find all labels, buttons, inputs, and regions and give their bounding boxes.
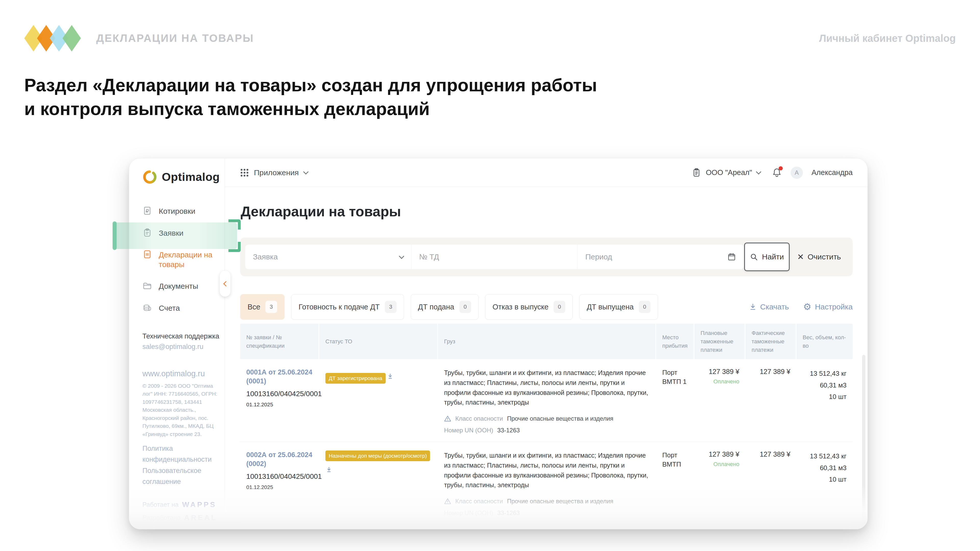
folder-icon: [142, 281, 152, 291]
terms-link[interactable]: Пользовательское соглашение: [142, 465, 220, 487]
quote-document-icon: [142, 206, 152, 216]
slide-title: ДЕКЛАРАЦИИ НА ТОВАРЫ: [96, 32, 254, 44]
user-name[interactable]: Александра: [811, 168, 853, 177]
diamonds-logo-icon: [24, 25, 81, 52]
support-email-link[interactable]: sales@optimalog.ru: [142, 343, 220, 351]
sidebar: Optimalog Котировки: [129, 159, 225, 529]
row-date: 01.12.2025: [246, 402, 313, 408]
main-area: Приложения ООО "Ареал": [225, 159, 868, 529]
sidebar-item-label: Счета: [159, 303, 180, 313]
declarations-table: № заявки / № спецификации Статус ТО Груз…: [240, 324, 853, 529]
download-button-label: Скачать: [760, 303, 789, 311]
sidebar-item-label: Котировки: [159, 206, 195, 216]
sidebar-item-label: Документы: [159, 281, 198, 291]
planned-payment: 127 389 ¥: [700, 451, 739, 458]
sidebar-item-label: Декларации на товары: [159, 250, 220, 269]
chevron-down-icon: [399, 253, 404, 259]
sidebar-collapse-button[interactable]: [220, 271, 231, 297]
page-title: Декларации на товары: [241, 203, 853, 220]
coins-icon: [142, 303, 152, 313]
request-select[interactable]: Заявка: [245, 245, 411, 269]
request-link[interactable]: 0002А от 25.06.2024 (0002): [246, 451, 313, 468]
tab-all[interactable]: Все 3: [240, 294, 285, 320]
spec-number: 10013160/040425/0001: [246, 472, 313, 481]
download-declaration-icon[interactable]: [325, 466, 332, 473]
table-row: 0001А от 25.06.2024 (0001) 10013160/0404…: [240, 524, 853, 529]
optimalog-logo[interactable]: Optimalog: [129, 159, 224, 184]
tab-vypuschena[interactable]: ДТ выпущена 0: [579, 294, 658, 320]
app-topbar: Приложения ООО "Ареал": [225, 159, 868, 187]
col-header-arrival: Место прибытия: [656, 324, 694, 359]
slide-heading-line2: и контроля выпуска таможенных деклараций: [24, 97, 597, 121]
declaration-document-icon: [142, 249, 152, 259]
cargo-volume: 60,31 м3: [803, 380, 846, 391]
clear-button[interactable]: ✕ Очистить: [790, 252, 848, 262]
status-tabs: Все 3 Готовность к подаче ДТ 3 ДТ подана…: [240, 294, 853, 320]
wapps-logo[interactable]: WAPPS: [182, 500, 217, 509]
gear-icon: ⚙: [803, 302, 811, 311]
tab-label: Отказ в выпуске: [493, 303, 549, 311]
search-button-label: Найти: [762, 252, 784, 261]
hazard-warning-icon: [444, 498, 451, 505]
cargo-quantity: 10 шт: [803, 391, 846, 403]
tab-count-badge: 3: [266, 301, 277, 313]
arrival-place: Порт ВМТП: [656, 451, 694, 516]
table-header: № заявки / № спецификации Статус ТО Груз…: [240, 324, 853, 359]
col-header-status: Статус ТО: [319, 324, 438, 359]
search-button[interactable]: Найти: [744, 243, 790, 271]
tab-otkaz[interactable]: Отказ в выпуске 0: [485, 294, 573, 320]
clear-x-icon: ✕: [797, 252, 804, 262]
tab-label: Готовность к подаче ДТ: [299, 303, 380, 311]
sidebar-item-dokumenty[interactable]: Документы: [129, 275, 224, 297]
apps-menu-button[interactable]: Приложения: [240, 168, 308, 177]
app-window: Optimalog Котировки: [129, 158, 868, 529]
request-link[interactable]: 0001А от 25.06.2024 (0001): [246, 368, 313, 386]
company-selector[interactable]: ООО "Ареал": [692, 168, 760, 178]
arrival-place: Порт ВМТП 1: [656, 368, 694, 434]
cargo-quantity: 10 шт: [803, 474, 846, 486]
chevron-down-icon: [303, 169, 308, 175]
download-button[interactable]: Скачать: [749, 303, 789, 311]
hazard-class-value: Прочие опасные вещества и изделия: [507, 415, 614, 422]
avatar[interactable]: А: [791, 167, 803, 179]
tab-label: Все: [248, 303, 260, 311]
areal-logo[interactable]: AREAL: [184, 513, 217, 522]
sidebar-item-kotirovki[interactable]: Котировки: [129, 200, 224, 222]
filter-panel: Заявка: [240, 238, 853, 276]
clipboard-icon: [142, 228, 152, 238]
chevron-left-icon: [223, 281, 228, 286]
tab-gotovnost[interactable]: Готовность к подаче ДТ 3: [291, 294, 404, 320]
sidebar-item-zayavki[interactable]: Заявки: [129, 222, 224, 244]
apps-menu-label: Приложения: [254, 168, 299, 177]
download-declaration-icon[interactable]: [387, 373, 394, 380]
cargo-weight: 13 512,43 кг: [803, 451, 846, 462]
clear-button-label: Очистить: [808, 252, 841, 261]
notification-badge: [779, 166, 783, 170]
un-number-value: 33-1263: [497, 427, 520, 434]
table-row: 0001А от 25.06.2024 (0001) 10013160/0404…: [240, 359, 853, 442]
planned-payment: 127 389 ¥: [700, 368, 739, 376]
apps-grid-icon: [240, 168, 249, 177]
sidebar-item-deklaracii[interactable]: Декларации на товары: [129, 244, 224, 275]
un-number-label: Номер UN (ООН): [444, 427, 493, 434]
optimalog-logo-text: Optimalog: [162, 170, 220, 184]
annotation-left-bar: [113, 221, 117, 250]
privacy-policy-link[interactable]: Политика конфиденциальности: [142, 443, 220, 465]
tab-label: ДТ подана: [418, 303, 454, 311]
col-header-actual: Фактические таможенные платежи: [746, 324, 797, 359]
col-header-request: № заявки / № спецификации: [240, 324, 319, 359]
td-number-input[interactable]: [419, 252, 570, 261]
period-input[interactable]: [585, 252, 727, 261]
site-link[interactable]: www.optimalog.ru: [142, 369, 220, 378]
calendar-icon[interactable]: [727, 252, 736, 262]
settings-button[interactable]: ⚙ Настройка: [803, 302, 853, 311]
tab-dt-podana[interactable]: ДТ подана 0: [410, 294, 479, 320]
diamond-green-icon: [62, 25, 81, 52]
settings-button-label: Настройка: [815, 303, 853, 311]
cargo-description: Трубы, трубки, шланги и их фитинги, из п…: [444, 451, 650, 490]
notifications-button[interactable]: [772, 167, 782, 178]
sidebar-item-scheta[interactable]: Счета: [129, 297, 224, 319]
search-icon: [750, 253, 758, 261]
vertical-scrollbar[interactable]: [862, 355, 865, 529]
cargo-weight: 13 512,43 кг: [803, 368, 846, 380]
